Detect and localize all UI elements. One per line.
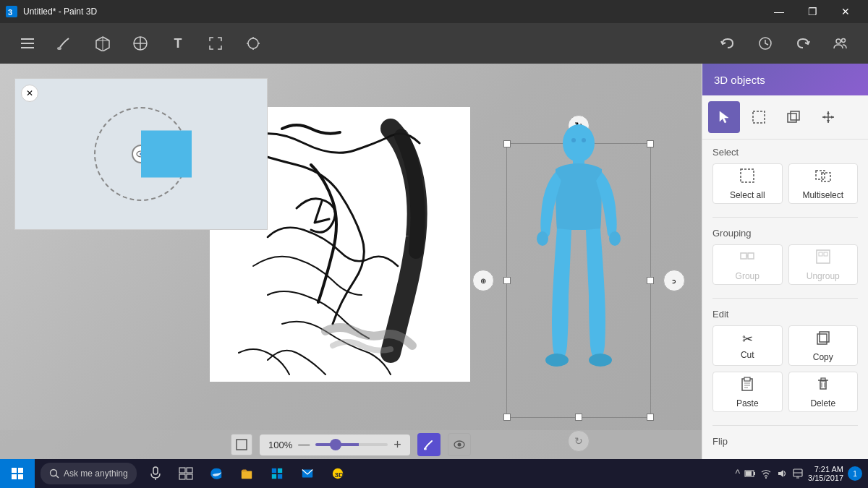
handle-middle-left[interactable] [503, 277, 511, 284]
svg-rect-35 [753, 111, 765, 123]
effects-button[interactable] [237, 27, 269, 59]
mini-canvas-close-button[interactable]: ✕ [21, 85, 38, 102]
group-icon [739, 249, 755, 268]
redo-button[interactable] [787, 27, 819, 59]
cut-button[interactable]: ✂ Cut [712, 325, 783, 366]
duplicate-button[interactable] [778, 101, 809, 133]
select-all-button[interactable]: Select all [712, 163, 783, 204]
cortana-button[interactable] [142, 459, 169, 488]
maximize-button[interactable]: ❐ [796, 0, 829, 23]
share-button[interactable] [825, 27, 856, 59]
resize-icon [208, 35, 224, 51]
handle-bottom-left[interactable] [503, 414, 511, 421]
brush-mode-button[interactable] [417, 433, 441, 456]
panel-header: 3D objects [702, 64, 868, 95]
svg-rect-68 [153, 467, 158, 474]
canvas-resize-button[interactable] [231, 434, 252, 455]
store-button[interactable] [263, 459, 292, 488]
taskbar-search[interactable]: Ask me anything [41, 463, 137, 484]
multiselect-button[interactable]: Multiselect [788, 163, 859, 204]
edge-button[interactable] [202, 459, 231, 488]
svg-text:3: 3 [8, 8, 12, 17]
svg-rect-74 [242, 471, 252, 479]
side-handle-left[interactable]: ⊕ [472, 270, 494, 291]
svg-rect-45 [741, 253, 746, 259]
sticker-button[interactable] [124, 27, 156, 59]
move3d-button[interactable] [812, 101, 844, 133]
select-all-label: Select all [730, 190, 765, 200]
svg-rect-30 [237, 440, 247, 450]
zoom-minus-label: — [298, 438, 310, 451]
svg-rect-2 [21, 38, 34, 40]
undo-button[interactable] [712, 27, 744, 59]
zoom-slider[interactable] [315, 443, 388, 446]
move3d-icon [821, 110, 835, 124]
svg-rect-78 [278, 474, 282, 479]
wifi-icon [760, 468, 772, 479]
grouping-section: Grouping Group [702, 221, 868, 295]
right-panel: 3D objects [702, 64, 868, 488]
brush-tool-button[interactable] [49, 27, 81, 59]
svg-rect-63 [18, 468, 23, 473]
delete-button[interactable]: Delete [788, 372, 859, 412]
svg-marker-86 [778, 470, 783, 477]
group-button[interactable]: Group [712, 244, 783, 285]
menu-button[interactable] [12, 27, 43, 59]
grouping-buttons-row: Group Ungroup [712, 244, 858, 285]
multiselect-svg [815, 168, 831, 184]
clock-area[interactable]: 7:21 AM 3/15/2017 [808, 465, 843, 482]
copy-button[interactable]: Copy [788, 325, 859, 366]
paint3d-taskbar-button[interactable]: 3D [323, 459, 352, 488]
canvas-area[interactable]: ✕ [0, 64, 702, 459]
volume-icon [776, 468, 788, 479]
3d-shapes-button[interactable] [87, 27, 119, 59]
panel-title: 3D objects [714, 74, 765, 86]
text-icon: T [174, 36, 182, 51]
notification-badge[interactable]: 1 [848, 466, 862, 481]
handle-bottom-middle[interactable] [575, 414, 582, 421]
svg-rect-76 [278, 468, 282, 473]
handle-top-left[interactable] [503, 140, 511, 147]
duplicate-icon [786, 110, 801, 124]
chevron-up-icon[interactable]: ^ [735, 468, 740, 479]
svg-rect-43 [816, 171, 825, 179]
system-tray-icons: ^ [735, 468, 804, 479]
mini-canvas: ✕ [14, 78, 268, 230]
close-button[interactable]: ✕ [829, 0, 862, 23]
svg-line-67 [56, 476, 59, 479]
side-handle-right[interactable]: ↄ [663, 270, 685, 291]
minimize-button[interactable]: — [762, 0, 796, 23]
svg-rect-71 [187, 468, 192, 473]
svg-rect-70 [179, 468, 185, 473]
text-button[interactable]: T [162, 27, 194, 59]
handle-bottom-right[interactable] [647, 414, 654, 421]
view-toggle-button[interactable] [448, 433, 471, 456]
start-button[interactable] [0, 459, 35, 488]
paste-svg [739, 376, 755, 392]
handle-middle-right[interactable] [647, 277, 654, 284]
mail-button[interactable] [293, 459, 322, 488]
box-select-button[interactable] [743, 101, 775, 133]
zoom-area: 100% — + [260, 435, 410, 455]
svg-point-28 [571, 138, 576, 142]
task-view-button[interactable] [171, 459, 200, 488]
title-bar: 3 Untitled* - Paint 3D — ❐ ✕ [0, 0, 868, 23]
taskbar-right: ^ 7:21 AM [729, 465, 868, 482]
svg-point-24 [537, 231, 548, 246]
svg-marker-34 [720, 111, 728, 123]
resize-button[interactable] [200, 27, 231, 59]
svg-rect-61 [821, 378, 825, 381]
handle-top-right[interactable] [647, 140, 654, 147]
svg-point-27 [589, 354, 612, 367]
explorer-button[interactable] [232, 459, 261, 488]
ungroup-button[interactable]: Ungroup [788, 244, 859, 285]
flip-section: Flip [702, 429, 868, 457]
paste-button[interactable]: Paste [712, 372, 783, 412]
history-button[interactable] [749, 27, 781, 59]
select-tool-button[interactable] [708, 101, 740, 133]
svg-rect-52 [820, 332, 829, 342]
main-toolbar: T [0, 23, 868, 64]
svg-point-5 [57, 47, 61, 50]
svg-point-22 [563, 124, 595, 162]
svg-rect-51 [817, 334, 827, 344]
